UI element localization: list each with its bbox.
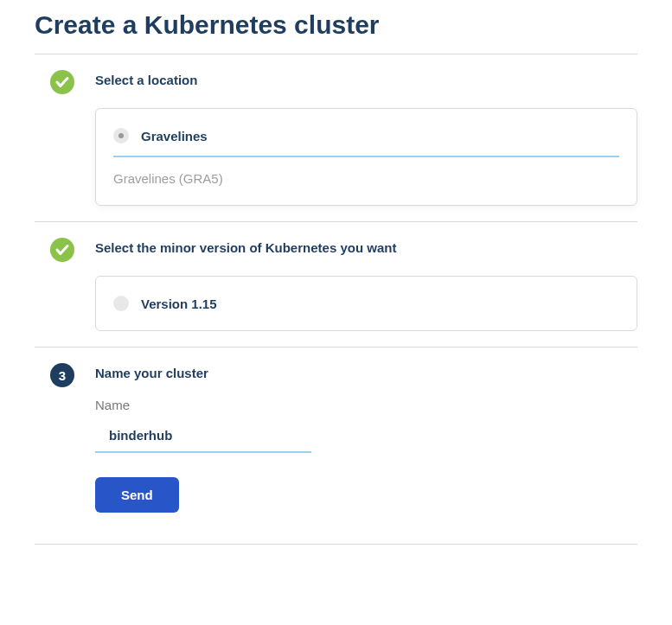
location-option[interactable]: Gravelines (113, 128, 619, 157)
step-location-title: Select a location (95, 73, 637, 87)
step-version-title: Select the minor version of Kubernetes y… (95, 240, 637, 255)
step-number-badge: 3 (50, 363, 74, 387)
radio-unselected-icon (113, 296, 129, 311)
page-title: Create a Kubernetes cluster (35, 10, 637, 40)
version-option-label: Version 1.15 (141, 297, 217, 311)
step-location: Select a location Gravelines Gravelines … (35, 54, 637, 221)
step-version: Select the minor version of Kubernetes y… (35, 222, 637, 347)
divider (35, 544, 637, 545)
radio-selected-icon (113, 128, 129, 143)
location-option-label: Gravelines (141, 129, 208, 143)
location-detail: Gravelines (GRA5) (113, 171, 619, 186)
send-button[interactable]: Send (95, 477, 179, 513)
step-name-title: Name your cluster (95, 366, 637, 380)
version-card: Version 1.15 (95, 276, 637, 331)
location-card: Gravelines Gravelines (GRA5) (95, 108, 637, 206)
check-icon (50, 70, 74, 94)
cluster-name-input[interactable] (95, 419, 311, 453)
step-name: 3 Name your cluster Name Send (35, 348, 637, 544)
name-field-label: Name (95, 398, 637, 412)
version-option[interactable]: Version 1.15 (113, 296, 619, 311)
check-icon (50, 238, 74, 262)
